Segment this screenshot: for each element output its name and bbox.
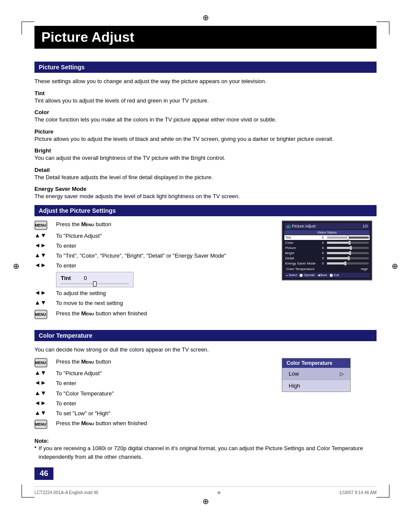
tv-detail-row: Detail 5 <box>284 256 370 261</box>
adjust-step-3: ◄► To enter <box>34 242 273 250</box>
tv-tint-slider <box>327 236 369 239</box>
color-temp-instructions: MENU Press the Menu button ▲▼ To "Pictur… <box>34 358 273 431</box>
page-title: Picture Adjust <box>34 26 377 49</box>
color-temp-low: Low ▷ <box>282 368 350 380</box>
detail-title: Detail <box>34 167 377 173</box>
tv-picture-row: Picture 0 <box>284 246 370 250</box>
ct-arrow-lr-1: ◄► <box>34 380 56 386</box>
ct-step-6: ▲▼ To set "Low" or "High" <box>34 410 273 417</box>
footer-reg-mark: ⊕ <box>217 490 221 495</box>
adjust-instructions: MENU Press the Menu button ▲▼ To "Pictur… <box>34 221 273 321</box>
ct-step-1: MENU Press the Menu button <box>34 358 273 367</box>
tv-footer: ⬥ Select ⬤ Operate ◀ Back ⬤ Exit <box>284 273 370 278</box>
ct-step-4: ▲▼ To "Color Temperature" <box>34 390 273 398</box>
tv-bright-slider <box>327 252 369 254</box>
detail-subsection: Detail The Detail feature adjusts the le… <box>34 167 377 182</box>
energy-saver-title: Energy Saver Mode <box>34 186 377 192</box>
tint-title: Tint <box>34 90 377 96</box>
ct-step-7: MENU Press the Menu button when finished <box>34 420 273 429</box>
adjust-step-3-text: To enter <box>56 242 273 250</box>
adjust-step-7-text: To move to the next setting <box>56 299 273 307</box>
tv-color-temp-row: Color Temperature High <box>284 266 370 272</box>
menu-button-icon-2: MENU <box>34 310 56 319</box>
tv-screen-display: 📺 Picture Adjust 1/2 Video Status Tint 0… <box>282 221 372 280</box>
bright-title: Bright <box>34 147 377 154</box>
adjust-step-8: MENU Press the Menu button when finished <box>34 310 273 319</box>
tint-label-row: Tint 0 <box>61 275 129 281</box>
ct-step-1-text: Press the Menu button <box>56 358 273 366</box>
picture-settings-header: Picture Settings <box>34 62 377 73</box>
arrow-ud-icon-2: ▲▼ <box>34 252 56 258</box>
tint-slider-thumb <box>93 281 97 286</box>
tint-subsection: Tint Tint allows you to adjust the level… <box>34 90 377 105</box>
ct-arrow-ud-3: ▲▼ <box>34 410 56 416</box>
arrow-lr-icon-2: ◄► <box>34 262 56 268</box>
adjust-step-6-text: To adjust the setting <box>56 289 273 297</box>
adjust-settings-header: Adjust the Picture Settings <box>34 205 377 216</box>
color-subsection: Color The color function lets you make a… <box>34 109 377 124</box>
adjust-step-7: ▲▼ To move to the next setting <box>34 299 273 307</box>
note-title: Note: <box>34 438 377 444</box>
arrow-ud-icon-1: ▲▼ <box>34 232 56 238</box>
svg-text:MENU: MENU <box>35 361 47 365</box>
ct-step-2-text: To "Picture Adjust" <box>56 370 273 377</box>
menu-icon-svg-2: MENU <box>34 310 47 319</box>
ct-step-5-text: To enter <box>56 400 273 408</box>
bright-subsection: Bright You can adjust the overall bright… <box>34 147 377 162</box>
color-body: The color function lets you make all the… <box>34 115 377 124</box>
adjust-step-4-text: To "Tint", "Color", "Picture", "Bright",… <box>56 252 273 260</box>
ct-step-5: ◄► To enter <box>34 400 273 408</box>
note-body-1: If you are receiving a 1080i or 720p dig… <box>39 444 377 461</box>
ct-arrow-icon: ▷ <box>340 371 344 377</box>
tv-screen-header: 📺 Picture Adjust 1/2 <box>284 223 370 229</box>
adjust-step-8-text: Press the Menu button when finished <box>56 310 273 317</box>
adjust-step-1-text: Press the Menu button <box>56 221 273 228</box>
svg-text:MENU: MENU <box>35 422 47 426</box>
tint-body: Tint allows you to adjust the levels of … <box>34 96 377 105</box>
ct-menu-icon-svg-2: MENU <box>34 420 47 429</box>
detail-body: The Detail feature adjusts the level of … <box>34 173 377 182</box>
tint-box-label: Tint <box>61 275 71 281</box>
color-temp-box-header: Color Temperature <box>282 358 350 368</box>
menu-icon-svg: MENU <box>34 221 47 230</box>
energy-saver-subsection: Energy Saver Mode The energy saver mode … <box>34 186 377 201</box>
adjust-step-5-text: To enter <box>56 262 273 270</box>
ct-arrow-lr-2: ◄► <box>34 400 56 406</box>
tv-screen-mockup: 📺 Picture Adjust 1/2 Video Status Tint 0… <box>282 221 377 321</box>
tv-bright-row: Bright 0 <box>284 251 370 255</box>
bright-body: You can adjust the overall brightness of… <box>34 154 377 162</box>
color-temp-header: Color Temperature <box>34 330 377 341</box>
adjust-step-5: ◄► To enter <box>34 262 273 270</box>
ct-step-3-text: To enter <box>56 380 273 387</box>
arrow-lr-icon-3: ◄► <box>34 289 56 296</box>
color-title: Color <box>34 109 377 115</box>
ct-menu-icon-svg: MENU <box>34 358 47 367</box>
tint-slider-track <box>61 283 129 284</box>
ct-menu-icon-1: MENU <box>34 358 56 367</box>
color-temp-intro: You can decide how strong or dull the co… <box>34 345 377 354</box>
color-temp-high: High <box>282 380 350 392</box>
adjust-step-1: MENU Press the Menu button <box>34 221 273 230</box>
ct-arrow-ud-1: ▲▼ <box>34 370 56 376</box>
note-bullet-1: • If you are receiving a 1080i or 720p d… <box>34 444 377 461</box>
picture-title: Picture <box>34 128 377 135</box>
adjust-step-2: ▲▼ To "Picture Adjust" <box>34 232 273 240</box>
picture-subsection: Picture Picture allows you to adjust the… <box>34 128 377 143</box>
ct-step-6-text: To set "Low" or "High" <box>56 410 273 417</box>
footer-left: LCT2224-001A-A English.indd 46 <box>34 490 98 495</box>
ct-step-7-text: Press the Menu button when finished <box>56 420 273 427</box>
color-temp-box: Color Temperature Low ▷ High <box>282 358 351 392</box>
ct-step-4-text: To "Color Temperature" <box>56 390 273 398</box>
tint-box-value: 0 <box>84 275 87 281</box>
tint-slider-box: Tint 0 <box>56 272 134 287</box>
arrow-lr-icon-1: ◄► <box>34 242 56 248</box>
energy-saver-body: The energy saver mode adjusts the level … <box>34 192 377 201</box>
tv-color-slider <box>327 242 369 244</box>
tv-energy-slider <box>327 262 369 264</box>
ct-arrow-ud-2: ▲▼ <box>34 390 56 396</box>
tv-color-row: Color 0 <box>284 240 370 245</box>
adjust-step-4: ▲▼ To "Tint", "Color", "Picture", "Brigh… <box>34 252 273 260</box>
footer-right: 1/18/07 9:14:46 AM <box>339 490 377 495</box>
tv-video-status: Video Status <box>284 230 370 235</box>
tv-page: 1/2 <box>362 224 368 228</box>
